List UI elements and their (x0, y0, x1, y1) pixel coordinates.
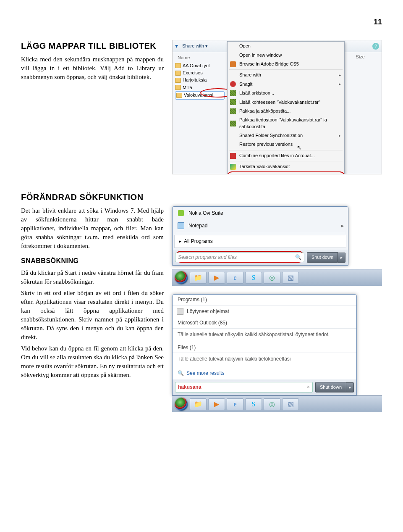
shutdown-options-button[interactable]: ▸ (346, 382, 354, 392)
section2-subheading: SNABBSÖKNING (21, 256, 164, 266)
share-with-menu[interactable]: Share with ▾ (182, 43, 208, 49)
taskbar-app-icon[interactable]: ◎ (264, 398, 280, 410)
ctx-add-to-rar[interactable]: Lisää kohteeseen "Valokuvakansiot.rar" (228, 98, 344, 107)
section1-title: LÄGG MAPPAR TILL BIBLIOTEK (21, 40, 164, 52)
start-item-ovi[interactable]: Nokia Ovi Suite (173, 207, 348, 219)
separator (229, 69, 343, 70)
ctx-include-in-library[interactable]: Include in library (227, 171, 345, 175)
taskbar-ie-icon[interactable]: e (227, 398, 243, 410)
program-icon (177, 308, 183, 315)
folder-icon (176, 93, 182, 98)
shutdown-button[interactable]: Shut down (307, 252, 338, 263)
taskbar-skype-icon[interactable]: S (245, 398, 262, 410)
folder-icon (175, 78, 181, 83)
list-item[interactable]: Milla (175, 84, 225, 91)
context-menu: Open Open in new window Browse in Adobe … (227, 41, 345, 174)
taskbar-mediaplayer-icon[interactable]: ▶ (208, 272, 225, 284)
folder-icon (175, 85, 181, 90)
section2-title: FÖRÄNDRAD SÖKFUNKTION (21, 191, 382, 203)
page-number: 11 (21, 17, 382, 27)
snagit-icon (230, 81, 236, 87)
ctx-check[interactable]: Tarkista Valokuvakansiot (228, 162, 344, 171)
bridge-icon (230, 61, 236, 67)
shutdown-options-button[interactable]: ▸ (338, 253, 345, 263)
ctx-snagit[interactable]: Snagit (228, 80, 344, 89)
ovi-icon (177, 209, 185, 217)
shutdown-button[interactable]: Shut down (315, 382, 346, 392)
list-item[interactable]: Harjoituksia (175, 76, 225, 84)
list-item-selected[interactable]: Valokuvakansi (175, 91, 225, 99)
list-item[interactable]: AA Omat työt (175, 62, 225, 69)
search-input[interactable]: hakusana× (175, 382, 313, 392)
folder-icon (175, 63, 181, 68)
acrobat-icon (230, 153, 236, 159)
ctx-add-archive[interactable]: Lisää arkistoon... (228, 89, 344, 97)
results-outlook-desc: Tälle alueelle tulevat näkyviin kaikki s… (173, 329, 356, 342)
shield-icon (230, 164, 236, 170)
section2-body2a: Då du klickar på Start i nedre vänstra h… (21, 269, 164, 286)
ctx-compress-email[interactable]: Pakkaa ja sähköpostita... (228, 107, 344, 116)
notepad-icon (177, 221, 185, 230)
taskbar-app-icon[interactable]: ▧ (282, 398, 299, 410)
start-orb[interactable] (175, 271, 188, 284)
start-menu-screenshot: Nokia Ovi Suite Notepad ▸All Programs Se… (172, 206, 382, 286)
section2-body2c: Vid behov kan du öppna en fil genom att … (21, 344, 164, 379)
section1-body: Klicka med den sekundära musknappen på m… (21, 55, 164, 82)
search-icon: 🔍 (178, 370, 184, 377)
chevron-right-icon: ▸ (179, 238, 181, 245)
taskbar-app-icon[interactable]: ◎ (264, 272, 280, 284)
taskbar-explorer-icon[interactable]: 📁 (190, 398, 207, 410)
taskbar-mediaplayer-icon[interactable]: ▶ (208, 398, 225, 410)
taskbar-skype-icon[interactable]: S (245, 272, 262, 284)
folder-icon (175, 71, 181, 76)
separator (229, 161, 343, 161)
ctx-open[interactable]: Open (228, 42, 344, 50)
size-column-header: Size (356, 54, 365, 60)
ctx-open-new-window[interactable]: Open in new window (228, 51, 344, 60)
archive-icon (230, 121, 236, 126)
list-item[interactable]: Exercises (175, 69, 225, 76)
section2-body: Det har blivit enklare att söka i Window… (21, 206, 164, 250)
all-programs[interactable]: ▸All Programs (174, 235, 346, 248)
taskbar-app-icon[interactable]: ▧ (282, 272, 299, 284)
start-item-notepad[interactable]: Notepad (173, 219, 348, 232)
archive-icon (230, 108, 236, 114)
section2-body2b: Skriv in ett ord eller början av ett ord… (21, 289, 164, 342)
search-input[interactable]: Search programs and files🔍 (175, 253, 304, 262)
ctx-share-with[interactable]: Share with (228, 71, 344, 79)
back-icon[interactable]: ▾ (175, 42, 178, 50)
separator (176, 233, 345, 233)
separator (229, 150, 343, 150)
ctx-browse-bridge[interactable]: Browse in Adobe Bridge CS5 (228, 60, 344, 68)
name-column-header: Name (175, 54, 225, 62)
archive-icon (230, 90, 236, 96)
taskbar-explorer-icon[interactable]: 📁 (190, 272, 207, 284)
start-orb[interactable] (175, 398, 188, 411)
results-files-desc: Tälle alueelle tulevat näkyviin kaikki t… (173, 353, 356, 367)
results-files-header: Files (1) (173, 342, 356, 353)
results-programs-header: Programs (1) (173, 295, 356, 305)
ctx-combine-acrobat[interactable]: Combine supported files in Acrobat... (228, 151, 344, 160)
results-outlook-header: Microsoft Outlook (85) (173, 318, 356, 328)
search-results-screenshot: Programs (1) Löytyneet ohjelmat Microsof… (172, 294, 382, 412)
taskbar: 📁 ▶ e S ◎ ▧ (172, 269, 382, 286)
archive-icon (230, 99, 236, 105)
see-more-results[interactable]: 🔍See more results (173, 367, 356, 379)
clear-icon[interactable]: × (307, 384, 310, 391)
ctx-compress-rar-email[interactable]: Pakkaa tiedostoon "Valokuvakansiot.rar" … (228, 116, 344, 131)
explorer-screenshot: ▾ Share with ▾ ? Size Name AA Omat työt … (172, 40, 382, 174)
taskbar-ie-icon[interactable]: e (227, 272, 243, 284)
search-icon: 🔍 (295, 254, 301, 261)
ctx-shared-folder-sync[interactable]: Shared Folder Synchronization (228, 131, 344, 140)
result-item[interactable]: Löytyneet ohjelmat (173, 306, 356, 318)
ctx-restore-versions[interactable]: Restore previous versions (228, 140, 344, 149)
taskbar: 📁 ▶ e S ◎ ▧ (172, 395, 382, 412)
